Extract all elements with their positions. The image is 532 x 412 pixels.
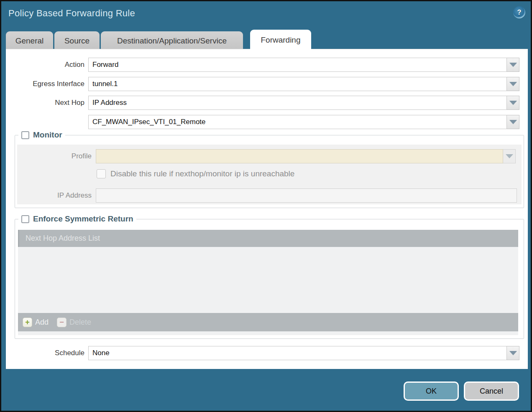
monitor-ip-input bbox=[96, 188, 517, 203]
chevron-down-icon bbox=[506, 154, 513, 158]
profile-input bbox=[96, 149, 503, 163]
dialog-title: Policy Based Forwarding Rule bbox=[8, 8, 135, 19]
next-hop-label: Next Hop bbox=[6, 96, 88, 110]
delete-button: − Delete bbox=[57, 318, 91, 327]
schedule-input[interactable] bbox=[88, 346, 507, 360]
disable-rule-label: Disable this rule if nexthop/monitor ip … bbox=[110, 169, 294, 178]
enforce-symmetric-return-legend: Enforce Symmetric Return bbox=[18, 214, 136, 224]
action-label: Action bbox=[6, 58, 88, 72]
ok-button[interactable]: OK bbox=[404, 381, 459, 401]
schedule-label: Schedule bbox=[6, 346, 88, 360]
next-hop-address-dropdown-button[interactable] bbox=[507, 115, 519, 129]
egress-interface-label: Egress Interface bbox=[6, 77, 88, 91]
next-hop-address-input[interactable] bbox=[88, 115, 507, 129]
next-hop-address-list-header: Next Hop Address List bbox=[18, 230, 518, 247]
monitor-ip-label: IP Address bbox=[17, 188, 96, 203]
pbf-rule-dialog: Policy Based Forwarding Rule ? General S… bbox=[1, 1, 531, 411]
forwarding-tab-panel: Action Egress Interface Next Hop bbox=[6, 49, 528, 369]
help-icon[interactable]: ? bbox=[513, 6, 525, 18]
next-hop-type-input[interactable] bbox=[88, 96, 507, 110]
next-hop-dropdown-button[interactable] bbox=[507, 96, 519, 110]
tab-source[interactable]: Source bbox=[54, 31, 100, 50]
action-row: Action bbox=[6, 58, 519, 72]
chevron-down-icon bbox=[509, 120, 517, 124]
egress-interface-input[interactable] bbox=[88, 77, 507, 91]
add-button-label: Add bbox=[35, 318, 49, 327]
profile-label: Profile bbox=[17, 149, 96, 163]
egress-interface-row: Egress Interface bbox=[6, 77, 519, 91]
chevron-down-icon bbox=[509, 351, 517, 355]
monitor-disabled-panel: Profile Disable this rule if nexthop/mon… bbox=[17, 145, 522, 204]
chevron-down-icon bbox=[509, 63, 517, 67]
monitor-ip-row: IP Address bbox=[17, 188, 517, 203]
next-hop-row: Next Hop bbox=[6, 96, 519, 110]
chevron-down-icon bbox=[509, 82, 517, 86]
disable-rule-checkbox bbox=[97, 169, 106, 178]
delete-button-label: Delete bbox=[69, 318, 91, 327]
disable-rule-row: Disable this rule if nexthop/monitor ip … bbox=[97, 169, 294, 178]
enforce-symmetric-return-fieldset: Enforce Symmetric Return Next Hop Addres… bbox=[15, 214, 524, 339]
next-hop-address-row bbox=[6, 115, 519, 129]
help-glyph: ? bbox=[517, 9, 522, 16]
add-button[interactable]: + Add bbox=[23, 318, 49, 327]
next-hop-address-list-body[interactable] bbox=[18, 247, 518, 313]
next-hop-address-list-toolbar: + Add − Delete bbox=[18, 313, 518, 331]
profile-dropdown-button bbox=[503, 149, 516, 163]
egress-interface-dropdown-button[interactable] bbox=[507, 77, 519, 91]
cancel-button[interactable]: Cancel bbox=[464, 381, 519, 401]
action-dropdown-button[interactable] bbox=[507, 58, 519, 72]
monitor-legend-label: Monitor bbox=[33, 130, 62, 140]
monitor-legend: Monitor bbox=[18, 130, 65, 140]
schedule-dropdown-button[interactable] bbox=[507, 346, 519, 360]
tab-forwarding[interactable]: Forwarding bbox=[250, 30, 311, 50]
enforce-symmetric-return-legend-label: Enforce Symmetric Return bbox=[33, 214, 133, 224]
enforce-symmetric-return-checkbox[interactable] bbox=[21, 215, 29, 223]
profile-row: Profile bbox=[17, 149, 516, 163]
action-input[interactable] bbox=[88, 58, 507, 72]
next-hop-address-label-spacer bbox=[6, 115, 88, 129]
monitor-fieldset: Monitor Profile Disable this rule if nex… bbox=[15, 130, 524, 208]
tab-general[interactable]: General bbox=[6, 31, 53, 50]
schedule-row: Schedule bbox=[6, 346, 519, 360]
tab-bar: General Source Destination/Application/S… bbox=[6, 30, 311, 50]
monitor-checkbox[interactable] bbox=[21, 131, 29, 139]
plus-icon: + bbox=[23, 318, 32, 327]
tab-destination-application-service[interactable]: Destination/Application/Service bbox=[101, 31, 243, 50]
chevron-down-icon bbox=[509, 101, 517, 105]
minus-icon: − bbox=[57, 318, 66, 327]
next-hop-address-list-table: Next Hop Address List + Add − Delete bbox=[18, 230, 518, 335]
